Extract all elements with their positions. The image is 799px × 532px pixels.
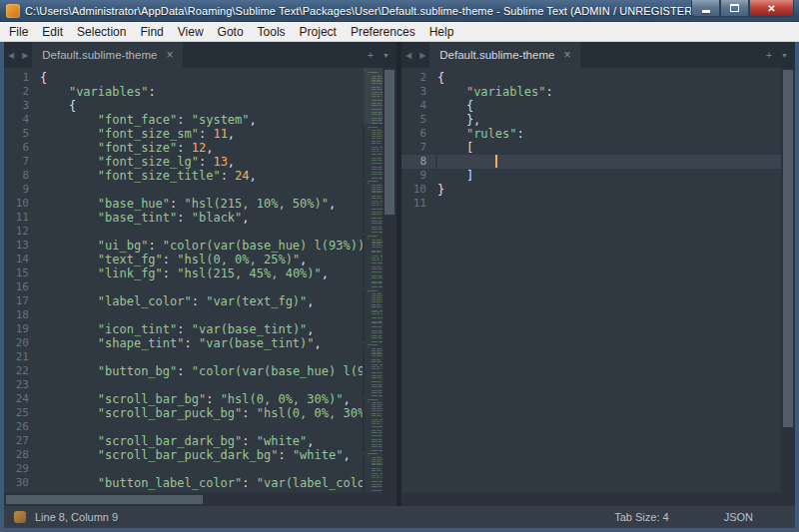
line-number[interactable]: 29 xyxy=(4,462,38,476)
line-number[interactable]: 9 xyxy=(401,169,435,183)
code-lines[interactable]: { "variables": { "font_face": "system", … xyxy=(38,68,363,493)
line-number[interactable]: 11 xyxy=(4,211,38,225)
code-line[interactable]: "scroll_bar_puck_bg": "hsl(0, 0%, 30% xyxy=(40,406,363,420)
line-number[interactable]: 19 xyxy=(4,322,38,336)
code-line[interactable]: { xyxy=(40,71,363,85)
tab-default-sublime-theme[interactable]: Default.sublime-theme × xyxy=(32,42,183,68)
horizontal-scrollbar[interactable] xyxy=(401,493,795,506)
line-number[interactable]: 4 xyxy=(401,99,435,113)
menu-item-edit[interactable]: Edit xyxy=(35,23,70,41)
tab-scroll-right-icon[interactable]: ▶ xyxy=(18,51,32,60)
code-line[interactable]: "base_hue": "hsl(215, 10%, 50%)", xyxy=(40,197,363,211)
line-number[interactable]: 11 xyxy=(401,197,435,211)
menu-item-selection[interactable]: Selection xyxy=(70,23,133,41)
horizontal-scrollbar-thumb[interactable] xyxy=(6,495,203,504)
code-line[interactable]: ] xyxy=(437,169,781,183)
line-number[interactable]: 3 xyxy=(4,99,38,113)
vertical-scrollbar-thumb[interactable] xyxy=(385,70,395,215)
minimize-button[interactable] xyxy=(691,0,720,17)
line-number[interactable]: 8 xyxy=(4,169,38,183)
vertical-scrollbar-thumb[interactable] xyxy=(783,70,793,427)
line-number[interactable]: 30 xyxy=(4,476,38,490)
line-number[interactable]: 2 xyxy=(401,71,435,85)
line-number[interactable]: 8 xyxy=(401,155,435,169)
code-line[interactable] xyxy=(40,308,363,322)
tab-scroll-right-icon[interactable]: ▶ xyxy=(415,51,429,60)
code-line[interactable]: "scroll_bar_puck_dark_bg": "white", xyxy=(40,448,363,462)
line-number[interactable]: 12 xyxy=(4,225,38,239)
menu-item-goto[interactable]: Goto xyxy=(211,23,251,41)
menu-item-tools[interactable]: Tools xyxy=(251,23,293,41)
line-number[interactable]: 5 xyxy=(4,127,38,141)
code-line[interactable]: "font_size_title": 24, xyxy=(40,169,363,183)
tab-overflow-button[interactable]: ▼ xyxy=(383,52,390,59)
code-line[interactable] xyxy=(437,197,781,211)
code-line[interactable]: "font_size": 12, xyxy=(40,141,363,155)
code-line[interactable] xyxy=(40,183,363,197)
menu-item-file[interactable]: File xyxy=(2,23,35,41)
sublime-status-icon[interactable] xyxy=(14,511,26,523)
code-line[interactable] xyxy=(40,462,363,476)
code-line[interactable]: } xyxy=(437,183,781,197)
code-lines[interactable]: { "variables": { }, "rules": [ ]} xyxy=(435,68,781,493)
new-tab-button[interactable]: + xyxy=(368,49,374,61)
line-number[interactable]: 7 xyxy=(401,141,435,155)
code-line[interactable]: "scroll_bar_bg": "hsl(0, 0%, 30%)", xyxy=(40,392,363,406)
cursor-position-indicator[interactable]: Line 8, Column 9 xyxy=(35,511,118,523)
code-line[interactable]: "font_face": "system", xyxy=(40,113,363,127)
code-line[interactable]: "icon_tint": "var(base_tint)", xyxy=(40,322,363,336)
line-number[interactable]: 10 xyxy=(4,197,38,211)
code-line[interactable]: }, xyxy=(437,113,781,127)
tab-close-icon[interactable]: × xyxy=(563,49,570,61)
code-line[interactable]: { xyxy=(437,71,781,85)
line-number[interactable]: 13 xyxy=(4,239,38,253)
tab-scroll-left-icon[interactable]: ◀ xyxy=(401,51,415,60)
gutter[interactable]: 234567891011 xyxy=(401,68,435,493)
code-line[interactable]: "button_label_color": "var(label_colo xyxy=(40,476,363,490)
tab-default-sublime-theme[interactable]: Default.sublime-theme × xyxy=(429,42,580,68)
line-number[interactable]: 6 xyxy=(4,141,38,155)
code-line[interactable]: "button_bg": "color(var(base_hue) l(9 xyxy=(40,364,363,378)
code-line[interactable]: "scroll_bar_dark_bg": "white", xyxy=(40,434,363,448)
vertical-scrollbar[interactable] xyxy=(781,68,795,493)
line-number[interactable]: 3 xyxy=(401,85,435,99)
tab-close-icon[interactable]: × xyxy=(166,49,173,61)
vertical-scrollbar[interactable] xyxy=(383,68,397,493)
code-line[interactable]: "label_color": "var(text_fg)", xyxy=(40,294,363,308)
code-line[interactable]: "ui_bg": "color(var(base_hue) l(93%)) xyxy=(40,239,363,253)
horizontal-scrollbar[interactable] xyxy=(4,493,397,506)
code-line[interactable]: { xyxy=(437,99,781,113)
new-tab-button[interactable]: + xyxy=(766,49,772,61)
gutter[interactable]: 1234567891011121314151617181920212223242… xyxy=(4,68,38,493)
menu-item-view[interactable]: View xyxy=(171,23,211,41)
code-line[interactable] xyxy=(40,378,363,392)
line-number[interactable]: 15 xyxy=(4,266,38,280)
line-number[interactable]: 22 xyxy=(4,364,38,378)
line-number[interactable]: 1 xyxy=(4,71,38,85)
tab-size-indicator[interactable]: Tab Size: 4 xyxy=(614,511,668,523)
line-number[interactable]: 17 xyxy=(4,294,38,308)
line-number[interactable]: 24 xyxy=(4,392,38,406)
line-number[interactable]: 21 xyxy=(4,350,38,364)
code-line[interactable] xyxy=(40,280,363,294)
line-number[interactable]: 20 xyxy=(4,336,38,350)
minimap[interactable]: { "variables": { "font_face": "system", … xyxy=(363,68,383,493)
line-number[interactable]: 2 xyxy=(4,85,38,99)
line-number[interactable]: 16 xyxy=(4,280,38,294)
code-line[interactable]: "variables": xyxy=(437,85,781,99)
code-line[interactable]: "rules": xyxy=(437,127,781,141)
menu-item-project[interactable]: Project xyxy=(293,23,344,41)
code-line[interactable]: "variables": xyxy=(40,85,363,99)
syntax-indicator[interactable]: JSON xyxy=(724,511,753,523)
tab-overflow-button[interactable]: ▼ xyxy=(781,52,788,59)
menu-item-preferences[interactable]: Preferences xyxy=(344,23,422,41)
line-number[interactable]: 6 xyxy=(401,127,435,141)
maximize-button[interactable] xyxy=(720,0,749,17)
code-line[interactable]: "font_size_lg": 13, xyxy=(40,155,363,169)
code-line[interactable]: "shape_tint": "var(base_tint)", xyxy=(40,336,363,350)
code-line[interactable]: "text_fg": "hsl(0, 0%, 25%)", xyxy=(40,253,363,266)
line-number[interactable]: 7 xyxy=(4,155,38,169)
code-line[interactable] xyxy=(40,225,363,239)
line-number[interactable]: 27 xyxy=(4,434,38,448)
code-line[interactable]: "font_size_sm": 11, xyxy=(40,127,363,141)
